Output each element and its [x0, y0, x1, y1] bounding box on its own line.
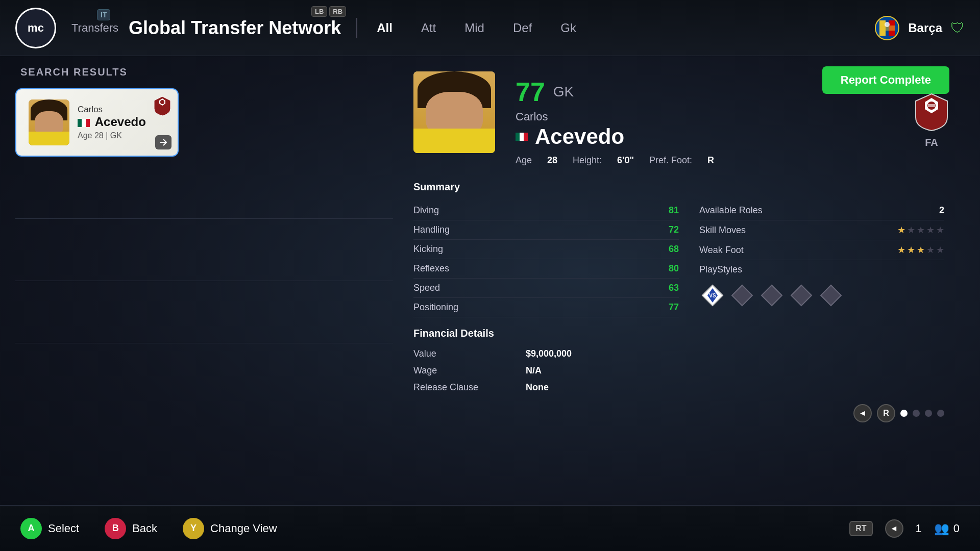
right-panel: Report Complete 77 GK Carlos	[393, 66, 965, 515]
lb-rb-controls: LB RB	[311, 6, 346, 17]
y-button[interactable]: Y	[183, 518, 204, 539]
stat-handling: Handling 72	[413, 220, 679, 240]
diving-value: 81	[669, 205, 679, 216]
detail-last-name-row: Acevedo	[516, 124, 944, 149]
direction-button[interactable]: ◄	[885, 519, 903, 538]
wf-star-2: ★	[907, 244, 915, 256]
counter-1-value: 1	[916, 522, 922, 535]
svg-rect-6	[78, 119, 82, 127]
value-row: Value $9,000,000	[413, 345, 944, 362]
page-dot-1[interactable]	[900, 410, 908, 417]
tab-gk[interactable]: Gk	[556, 19, 580, 37]
action-change-view[interactable]: Y Change View	[183, 518, 277, 539]
counter-2: 👥 0	[934, 521, 960, 536]
svg-rect-9	[516, 133, 520, 141]
star-4: ★	[926, 224, 935, 236]
star-1: ★	[897, 224, 905, 236]
player-avatar-small	[29, 99, 69, 145]
height-label: Height:	[573, 155, 602, 166]
star-3: ★	[917, 224, 925, 236]
shield-icon: 🛡	[950, 19, 965, 36]
wf-star-4: ★	[926, 244, 935, 256]
a-button[interactable]: A	[20, 518, 42, 539]
financial-section: Financial Details Value $9,000,000 Wage …	[413, 328, 944, 396]
release-value: None	[526, 382, 549, 393]
people-icon: 👥	[934, 521, 949, 536]
counter-2-value: 0	[953, 522, 960, 535]
player-first-name: Carlos	[78, 105, 165, 115]
detail-last-name: Acevedo	[535, 124, 624, 149]
diving-label: Diving	[413, 205, 439, 216]
report-complete-button[interactable]: Report Complete	[822, 66, 949, 94]
weak-foot-stars: ★ ★ ★ ★ ★	[897, 244, 944, 256]
page-dot-2[interactable]	[913, 410, 920, 417]
skill-moves-stars: ★ ★ ★ ★ ★	[897, 224, 944, 236]
player-card[interactable]: Carlos Acevedo Age 28 | GK	[15, 88, 179, 157]
b-button[interactable]: B	[105, 518, 126, 539]
action-select[interactable]: A Select	[20, 518, 79, 539]
page-prev-button[interactable]: ◄	[853, 404, 872, 422]
left-stats-col: Diving 81 Handling 72 Kicking 68 Reflexe…	[413, 201, 679, 317]
star-5: ★	[936, 224, 944, 236]
handling-value: 72	[669, 224, 679, 235]
rt-badge[interactable]: RT	[849, 521, 872, 536]
svg-rect-8	[86, 119, 90, 127]
reflexes-value: 80	[669, 263, 679, 274]
mexico-flag-small	[78, 119, 90, 127]
reflexes-label: Reflexes	[413, 263, 449, 274]
rb-button[interactable]: RB	[329, 6, 346, 17]
left-panel: SEARCH RESULTS Carlos	[15, 66, 393, 515]
page-dot-3[interactable]	[925, 410, 932, 417]
tab-def[interactable]: Def	[509, 19, 536, 37]
page-r-button[interactable]: R	[877, 404, 895, 422]
svg-marker-18	[791, 285, 812, 306]
detail-first-name: Carlos	[516, 110, 944, 123]
available-roles-row: Available Roles 2	[699, 201, 944, 220]
nav-divider	[356, 18, 357, 38]
playstyle-4	[788, 282, 815, 309]
nav-transfers-label[interactable]: Transfers	[71, 21, 118, 35]
svg-rect-7	[82, 119, 86, 127]
detail-club-badge: FA	[914, 92, 949, 148]
fa-label: FA	[914, 137, 949, 148]
playstyle-5	[818, 282, 844, 309]
app-logo: mc	[15, 8, 56, 48]
summary-title: Summary	[413, 181, 944, 193]
svg-marker-16	[732, 285, 752, 306]
kicking-value: 68	[669, 244, 679, 255]
card-action-button[interactable]	[155, 135, 172, 149]
main-content: SEARCH RESULTS Carlos	[15, 66, 965, 515]
detail-attributes: Age 28 Height: 6'0" Pref. Foot: R	[516, 155, 944, 166]
card-club-badge	[153, 95, 172, 119]
stat-speed: Speed 63	[413, 279, 679, 298]
top-nav: mc IT Transfers Global Transfer Network …	[0, 0, 980, 56]
club-name: Barça	[908, 21, 942, 35]
speed-value: 63	[669, 283, 679, 293]
change-view-label: Change View	[210, 522, 277, 535]
positioning-value: 77	[669, 302, 679, 313]
svg-marker-19	[821, 285, 841, 306]
page-dot-4[interactable]	[937, 410, 944, 417]
player-last-name: Acevedo	[78, 115, 165, 129]
tab-all[interactable]: All	[373, 19, 397, 37]
tab-att[interactable]: Att	[417, 19, 440, 37]
action-back[interactable]: B Back	[105, 518, 157, 539]
search-results-title: SEARCH RESULTS	[15, 66, 393, 78]
nav-tabs: All Att Mid Def Gk	[373, 19, 580, 37]
top-right: Barça 🛡	[874, 15, 965, 41]
wage-value: N/A	[526, 365, 542, 376]
handling-label: Handling	[413, 224, 450, 235]
empty-row-2	[15, 220, 393, 281]
tab-mid[interactable]: Mid	[460, 19, 488, 37]
club-badge	[874, 15, 900, 41]
stat-positioning: Positioning 77	[413, 298, 679, 317]
svg-rect-11	[524, 133, 528, 141]
star-2: ★	[907, 224, 915, 236]
playstyles-row: PlayStyles	[699, 260, 944, 279]
bottom-right: RT ◄ 1 👥 0	[849, 519, 960, 538]
positioning-label: Positioning	[413, 302, 458, 313]
kicking-label: Kicking	[413, 244, 443, 255]
release-label: Release Clause	[413, 382, 526, 393]
empty-row-1	[15, 158, 393, 219]
lb-button[interactable]: LB	[311, 6, 327, 17]
